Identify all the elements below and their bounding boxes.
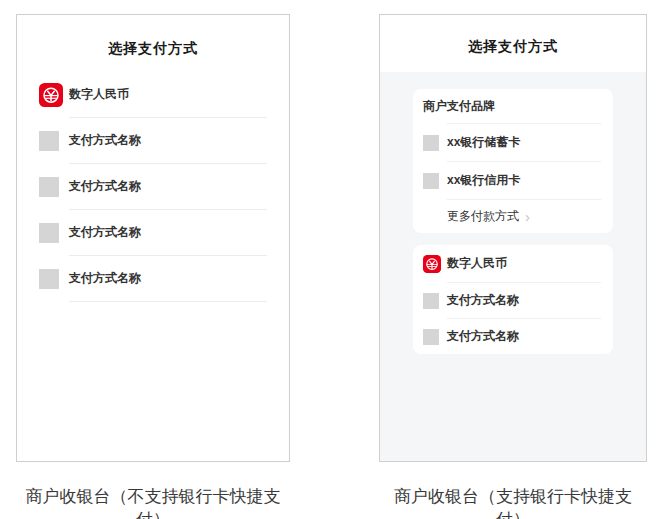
payment-row-debit-card[interactable]: xx银行储蓄卡 [413,124,613,161]
payment-row-generic[interactable]: 支付方式名称 [413,319,613,354]
caption-quickpay: 商户收银台（支持银行卡快捷支付） [379,485,647,519]
panel-header: 选择支付方式 [380,15,646,72]
card-header: 商户支付品牌 [413,89,613,123]
payment-row-label: 数字人民币 [447,255,507,272]
placeholder-icon [423,329,439,345]
payment-row-label: 支付方式名称 [69,224,141,241]
payment-row-label: 支付方式名称 [447,292,519,309]
payment-row-ecny[interactable]: 数字人民币 [17,72,289,117]
payment-row-generic[interactable]: 支付方式名称 [413,283,613,318]
payment-row-generic[interactable]: 支付方式名称 [17,256,289,301]
placeholder-icon [39,129,63,153]
payment-row-generic[interactable]: 支付方式名称 [17,164,289,209]
placeholder-icon [423,293,439,309]
payment-row-label: 支付方式名称 [69,178,141,195]
ecny-logo-icon [39,83,63,107]
chevron-right-icon: › [525,209,530,224]
checkout-panel-quickpay: 选择支付方式 商户支付品牌 xx银行储蓄卡 xx银行信用卡 更多付款方式 [379,14,647,462]
payment-row-label: 支付方式名称 [447,328,519,345]
payment-row-credit-card[interactable]: xx银行信用卡 [413,162,613,199]
placeholder-icon [423,173,439,189]
payment-row-generic[interactable]: 支付方式名称 [17,118,289,163]
panel-body: 商户支付品牌 xx银行储蓄卡 xx银行信用卡 更多付款方式 › [380,72,646,461]
payment-row-label: 支付方式名称 [69,132,141,149]
placeholder-icon [39,175,63,199]
ecny-card: 数字人民币 支付方式名称 支付方式名称 [413,245,613,354]
merchant-brand-card: 商户支付品牌 xx银行储蓄卡 xx银行信用卡 更多付款方式 › [413,89,613,233]
mockup-stage: 选择支付方式 数字人民币 支付方式名称 [0,0,661,519]
payment-row-label: xx银行信用卡 [447,172,520,189]
placeholder-icon [39,221,63,245]
placeholder-icon [423,135,439,151]
divider [69,301,267,302]
payment-method-list: 数字人民币 支付方式名称 支付方式名称 支付方式名称 支付方式名称 [17,72,289,302]
payment-row-ecny[interactable]: 数字人民币 [413,245,613,282]
ecny-logo-icon [423,256,439,272]
page-title: 选择支付方式 [468,38,558,56]
placeholder-icon [39,267,63,291]
payment-row-label: xx银行储蓄卡 [447,134,520,151]
checkout-panel-no-quickpay: 选择支付方式 数字人民币 支付方式名称 [16,14,290,462]
payment-row-label: 数字人民币 [69,86,129,103]
payment-row-generic[interactable]: 支付方式名称 [17,210,289,255]
caption-no-quickpay: 商户收银台（不支持银行卡快捷支付） [16,485,290,519]
more-payment-methods-link[interactable]: 更多付款方式 › [413,200,613,233]
more-link-label: 更多付款方式 [447,208,519,225]
page-title: 选择支付方式 [17,40,289,58]
payment-row-label: 支付方式名称 [69,270,141,287]
